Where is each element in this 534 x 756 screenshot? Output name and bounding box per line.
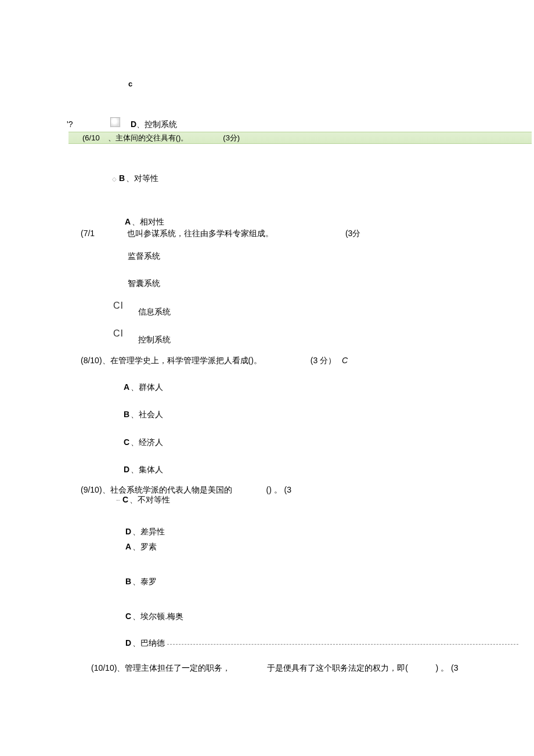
q6-option-d[interactable]: D、差异性 — [125, 527, 165, 537]
question-number: (7/1 — [81, 229, 95, 238]
question-points: (3分 — [345, 229, 360, 238]
q7-option-c[interactable]: 信息系统 — [138, 307, 171, 317]
option-text: 控制系统 — [138, 335, 171, 344]
q9-option-c[interactable]: C、埃尔顿.梅奥 — [125, 612, 183, 622]
question-text: (9/10)、社会系统学派的代表人物是美国的 — [81, 485, 232, 494]
q7-option-d[interactable]: 控制系统 — [138, 335, 171, 345]
option-letter: A — [125, 217, 131, 226]
option-text: 、社会人 — [131, 410, 163, 419]
option-text: 、差异性 — [132, 527, 165, 536]
option-text: 、集体人 — [131, 465, 163, 474]
question-text: (8/10)、在管理学史上，科学管理学派把人看成()。 — [81, 356, 262, 365]
question-text: 、主体间的交往具有()。 — [108, 133, 189, 143]
question-6-header: (6/10 、主体间的交往具有()。 (3分) — [68, 132, 532, 144]
q8-option-c[interactable]: C、经济人 — [124, 437, 163, 448]
option-letter: D — [131, 120, 136, 129]
question-text-part2: 于是便具有了这个职务法定的权力，即( — [267, 663, 408, 672]
q9-option-a[interactable]: A、罗素 — [125, 542, 157, 552]
question-number: (6/10 — [82, 133, 100, 142]
option-text: 信息系统 — [138, 307, 171, 316]
q6-option-b[interactable]: ◇B、对等性 — [112, 173, 158, 184]
q8-option-d[interactable]: D、集体人 — [124, 465, 163, 475]
divider — [167, 644, 518, 645]
option-text: 智囊系统 — [128, 278, 160, 288]
q7-option-b[interactable]: 智囊系统 — [128, 278, 160, 289]
dash-icon: ┈ — [116, 497, 120, 504]
q8-option-a[interactable]: A、群体人 — [124, 382, 163, 393]
option-text: 、控制系统 — [136, 120, 177, 129]
option-letter: B — [125, 577, 131, 586]
q8-option-b[interactable]: B、社会人 — [124, 410, 163, 420]
question-points: (3分) — [223, 133, 240, 143]
option-text: 、经济人 — [131, 437, 163, 447]
stray-question-mark: '? — [67, 120, 73, 129]
q9-option-b[interactable]: B、泰罗 — [125, 577, 157, 587]
q7-option-a[interactable]: 监督系统 — [128, 251, 160, 262]
option-letter: B — [119, 173, 125, 183]
q6-option-a[interactable]: A、相对性 — [125, 217, 164, 227]
option-letter: A — [125, 542, 131, 551]
question-10-header: (10/10)、管理主体担任了一定的职务， 于是便具有了这个职务法定的权力，即(… — [91, 663, 458, 674]
question-7-header: (7/1 也叫参谋系统，往往由多学科专家组成。 (3分 — [81, 229, 360, 239]
q5-option-d[interactable]: D、控制系统 — [131, 120, 177, 130]
stray-letter-c: c — [128, 79, 132, 88]
q9-option-d[interactable]: D、巴纳德 — [125, 638, 165, 649]
question-points: (3 分） — [311, 356, 336, 365]
ci-marker: CI — [113, 301, 124, 311]
option-letter: A — [124, 382, 129, 392]
question-text: 也叫参谋系统，往往由多学科专家组成。 — [127, 229, 273, 238]
option-letter: C — [125, 612, 131, 621]
option-text: 、埃尔顿.梅奥 — [132, 612, 183, 621]
option-text: 、罗素 — [132, 542, 157, 551]
question-paren: () 。 (3 — [266, 485, 291, 494]
question-text-part3: ) 。 (3 — [436, 663, 459, 672]
question-answer: C — [342, 356, 348, 365]
option-text: 、群体人 — [131, 382, 163, 392]
bullet-icon: ◇ — [112, 176, 117, 182]
option-letter: C — [122, 495, 128, 504]
option-text: 、巴纳德 — [132, 638, 165, 648]
option-letter: B — [124, 410, 129, 419]
option-text: 、不对等性 — [129, 495, 170, 504]
question-9-header: (9/10)、社会系统学派的代表人物是美国的 () 。 (3 — [81, 485, 291, 495]
option-text: 、对等性 — [126, 173, 158, 183]
option-text: 监督系统 — [128, 251, 160, 261]
question-8-header: (8/10)、在管理学史上，科学管理学派把人看成()。 (3 分） C — [81, 356, 348, 366]
option-letter: D — [124, 465, 129, 474]
option-text: 、泰罗 — [132, 577, 157, 586]
q6-option-c[interactable]: ┈ C、不对等性 — [116, 495, 170, 505]
option-letter: C — [124, 437, 129, 447]
question-text-part1: (10/10)、管理主体担任了一定的职务， — [91, 663, 230, 672]
radio-icon[interactable] — [110, 117, 120, 127]
option-letter: D — [125, 527, 131, 536]
option-text: 、相对性 — [132, 217, 164, 226]
option-letter: D — [125, 638, 131, 648]
ci-marker: CI — [113, 328, 124, 339]
